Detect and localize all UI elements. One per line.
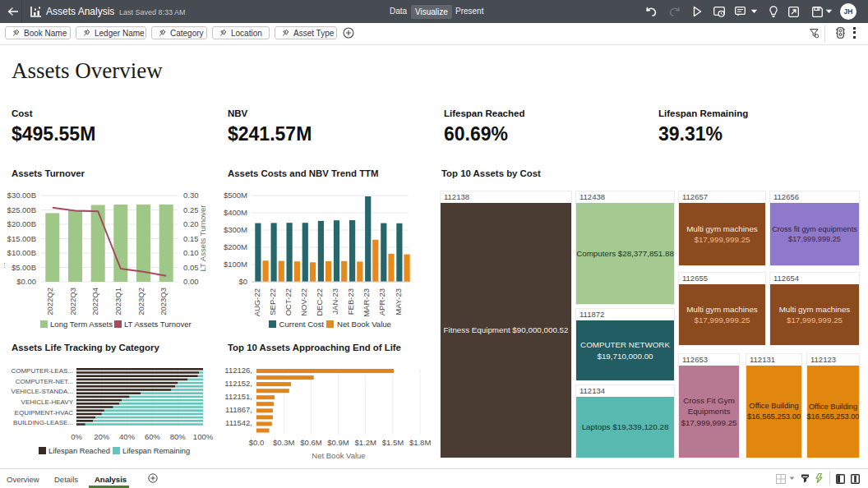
svg-text:$0.6M: $0.6M <box>300 438 321 447</box>
svg-text:$200M: $200M <box>224 242 247 251</box>
svg-text:Net Book Value: Net Book Value <box>312 451 365 460</box>
svg-text:Net Book Value: Net Book Value <box>337 320 391 329</box>
svg-text:0%: 0% <box>71 432 82 441</box>
svg-text:FEB-23: FEB-23 <box>346 288 355 315</box>
svg-text:$15.00B: $15.00B <box>7 234 36 243</box>
svg-text:LT Assets Turnover: LT Assets Turnover <box>198 205 207 272</box>
svg-text:VEHICLE-HEAVY: VEHICLE-HEAVY <box>21 398 74 406</box>
svg-text:AUG-22: AUG-22 <box>252 288 261 316</box>
svg-text:Current Cost: Current Cost <box>279 320 325 329</box>
svg-text:COMPUTER-NET...: COMPUTER-NET... <box>16 378 73 385</box>
svg-text:0.20: 0.20 <box>183 219 199 228</box>
svg-text:$100M: $100M <box>224 260 247 269</box>
svg-text:JAN-23: JAN-23 <box>330 288 339 315</box>
svg-text:40%: 40% <box>119 432 136 441</box>
svg-text:2022Q2: 2022Q2 <box>45 288 54 315</box>
svg-text:APR-23: APR-23 <box>377 288 386 315</box>
svg-text:100%: 100% <box>193 432 214 441</box>
svg-text:$5.00B: $5.00B <box>12 263 36 272</box>
svg-text:2022Q3: 2022Q3 <box>68 288 77 315</box>
svg-text:$1.8M: $1.8M <box>409 438 431 447</box>
svg-text:EQUIPMENT-HVAC: EQUIPMENT-HVAC <box>15 409 74 417</box>
svg-text:2022Q4: 2022Q4 <box>90 288 99 315</box>
svg-text:$0.00: $0.00 <box>16 277 36 286</box>
svg-text:$0.9M: $0.9M <box>327 438 349 447</box>
svg-text:80%: 80% <box>170 432 187 441</box>
svg-text:0.00: 0.00 <box>183 277 199 286</box>
svg-text:BUILDING-LEASE...: BUILDING-LEASE... <box>13 419 73 426</box>
svg-text:$30.00B: $30.00B <box>7 191 36 200</box>
svg-text:$25.00B: $25.00B <box>7 205 36 214</box>
svg-text:0.15: 0.15 <box>183 234 199 243</box>
svg-text:$300M: $300M <box>224 225 247 234</box>
svg-text:$400M: $400M <box>224 208 247 217</box>
svg-text:0.05: 0.05 <box>183 263 199 272</box>
svg-text:2023Q2: 2023Q2 <box>136 288 145 315</box>
svg-text:COMPUTER-LEAS...: COMPUTER-LEAS... <box>11 367 73 375</box>
svg-text:DEC-22: DEC-22 <box>315 288 324 316</box>
svg-text:0.30: 0.30 <box>183 191 199 200</box>
svg-text:$500M: $500M <box>224 191 247 200</box>
svg-text:SEP-22: SEP-22 <box>268 288 277 315</box>
svg-text:$0.0: $0.0 <box>249 438 265 447</box>
svg-text:112126,: 112126, <box>224 366 252 375</box>
svg-text:0.10: 0.10 <box>183 248 199 257</box>
svg-text:Lifespan Reached: Lifespan Reached <box>48 447 110 455</box>
svg-text:111867,: 111867, <box>225 405 252 414</box>
svg-text:$0: $0 <box>238 277 247 286</box>
svg-text:$1.5M: $1.5M <box>382 438 404 447</box>
svg-text:MAR-23: MAR-23 <box>362 288 371 317</box>
svg-text:LT Assets Turnover: LT Assets Turnover <box>124 320 192 329</box>
svg-text:0.25: 0.25 <box>183 205 199 214</box>
svg-text:60%: 60% <box>145 432 161 441</box>
svg-text:Lifespan Remaining: Lifespan Remaining <box>122 447 190 455</box>
svg-text:$10.00B: $10.00B <box>7 248 36 257</box>
svg-text:NOV-22: NOV-22 <box>299 288 308 316</box>
svg-text:20%: 20% <box>94 432 110 441</box>
svg-text:Long Term Assets: Long Term Assets <box>50 320 113 329</box>
svg-text:$0.3M: $0.3M <box>273 438 294 447</box>
svg-text:...: ... <box>0 262 7 269</box>
svg-text:$20.00B: $20.00B <box>7 219 36 228</box>
svg-text:112151,: 112151, <box>224 392 252 401</box>
svg-text:2023Q1: 2023Q1 <box>113 288 122 315</box>
svg-text:$1.2M: $1.2M <box>354 438 376 447</box>
svg-text:VEHICLE-STANDA...: VEHICLE-STANDA... <box>12 388 73 395</box>
svg-text:111542,: 111542, <box>225 418 252 427</box>
svg-text:112152,: 112152, <box>224 379 252 388</box>
svg-text:OCT-22: OCT-22 <box>284 288 293 315</box>
svg-text:2023Q3: 2023Q3 <box>159 288 168 315</box>
svg-text:MAY-23: MAY-23 <box>394 288 403 315</box>
